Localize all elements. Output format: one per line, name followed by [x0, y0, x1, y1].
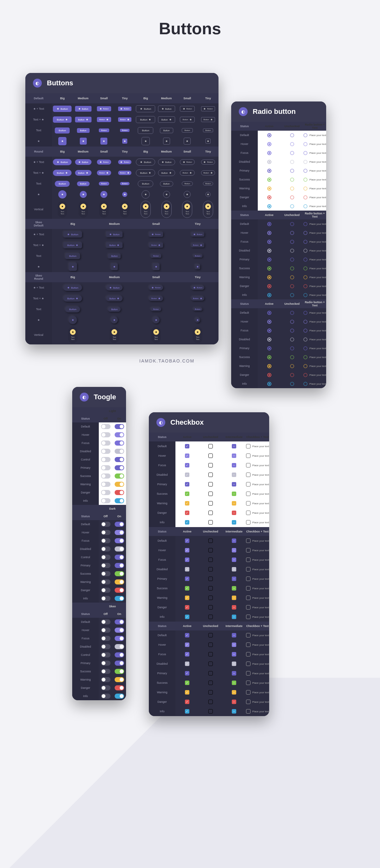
button[interactable]: ★Button: [158, 105, 175, 112]
radio-active[interactable]: [267, 151, 271, 155]
radio-unchecked[interactable]: [290, 240, 294, 244]
checkbox-intermediate[interactable]: −: [232, 661, 236, 666]
button[interactable]: Button★: [75, 170, 92, 176]
toggle-on[interactable]: [115, 547, 124, 552]
radio-unchecked[interactable]: [290, 204, 294, 208]
radio-unchecked[interactable]: [290, 267, 294, 271]
checkbox-intermediate[interactable]: −: [232, 454, 236, 458]
button[interactable]: ★Button: [136, 159, 155, 165]
checkbox-active[interactable]: ✓: [185, 615, 189, 619]
checkbox-unchecked[interactable]: [208, 661, 213, 666]
button[interactable]: ★: [111, 316, 118, 323]
button[interactable]: Button: [203, 128, 213, 132]
checkbox-with-text[interactable]: Place your text: [246, 681, 269, 685]
radio-active[interactable]: [267, 257, 271, 261]
radio-with-text[interactable]: Place your text: [303, 311, 326, 315]
toggle-off[interactable]: [101, 547, 110, 552]
button[interactable]: Button★: [106, 242, 123, 248]
radio-with-text[interactable]: Place your text: [303, 320, 326, 324]
button[interactable]: ★: [58, 137, 67, 145]
checkbox-unchecked[interactable]: [208, 454, 213, 458]
vertical-button[interactable]: ★TextText: [203, 201, 213, 218]
radio-active[interactable]: [267, 364, 271, 368]
toggle-on[interactable]: [115, 571, 124, 576]
checkbox-with-text[interactable]: Place your text: [246, 538, 269, 543]
button[interactable]: ★: [111, 263, 118, 270]
button[interactable]: Button★: [180, 170, 195, 176]
checkbox-intermediate[interactable]: −: [232, 709, 236, 714]
checkbox-active[interactable]: ✓: [185, 538, 189, 543]
checkbox-unchecked[interactable]: [208, 510, 213, 515]
toggle-on[interactable]: [115, 580, 124, 585]
radio-unchecked[interactable]: [290, 186, 294, 191]
button[interactable]: Button: [193, 254, 202, 257]
radio-active[interactable]: [267, 142, 271, 146]
checkbox-active[interactable]: ✓: [185, 633, 189, 638]
button[interactable]: Button: [77, 181, 90, 186]
radio-active[interactable]: [267, 204, 271, 208]
button[interactable]: Button: [193, 308, 202, 311]
checkbox-active[interactable]: ✓: [185, 586, 189, 590]
button[interactable]: ★Button: [63, 284, 82, 291]
button[interactable]: ★Button: [63, 231, 82, 238]
button[interactable]: ★Button: [53, 105, 72, 112]
checkbox-with-text[interactable]: Place your text: [246, 492, 269, 496]
button[interactable]: ★Button: [53, 159, 72, 165]
checkbox-intermediate[interactable]: −: [232, 538, 236, 543]
vertical-button[interactable]: ★TextText: [99, 201, 109, 218]
toggle-off[interactable]: [101, 588, 110, 593]
radio-unchecked[interactable]: [290, 337, 294, 342]
toggle-on[interactable]: [115, 465, 124, 470]
radio-active[interactable]: [267, 133, 271, 137]
radio-unchecked[interactable]: [290, 346, 294, 350]
checkbox-intermediate[interactable]: −: [232, 652, 236, 656]
toggle-off[interactable]: [101, 538, 110, 543]
button[interactable]: Button: [77, 128, 90, 133]
checkbox-unchecked[interactable]: [208, 482, 213, 487]
button[interactable]: ★Button: [97, 159, 111, 164]
button[interactable]: Button★: [158, 116, 175, 123]
toggle-on[interactable]: [115, 677, 124, 682]
button[interactable]: ★Button: [97, 106, 111, 111]
checkbox-unchecked[interactable]: [208, 538, 213, 543]
button[interactable]: ★: [195, 317, 200, 322]
toggle-off[interactable]: [101, 652, 110, 657]
checkbox-active[interactable]: ✓: [185, 596, 189, 600]
button[interactable]: ★Button: [201, 106, 215, 111]
toggle-on[interactable]: [115, 693, 124, 699]
toggle-on[interactable]: [115, 530, 124, 535]
toggle-on[interactable]: [115, 457, 124, 462]
toggle-on[interactable]: [115, 588, 124, 593]
button[interactable]: ★Button: [118, 160, 131, 164]
toggle-off[interactable]: [101, 596, 110, 601]
radio-active[interactable]: [267, 329, 271, 333]
button[interactable]: ★: [206, 192, 211, 197]
toggle-off[interactable]: [101, 424, 110, 429]
checkbox-unchecked[interactable]: [208, 690, 213, 694]
button[interactable]: Button★: [63, 242, 82, 248]
button[interactable]: ★: [184, 191, 191, 198]
toggle-on[interactable]: [115, 538, 124, 543]
checkbox-active[interactable]: ✓: [185, 709, 189, 714]
checkbox-active[interactable]: ✓: [185, 605, 189, 610]
radio-unchecked[interactable]: [290, 169, 294, 173]
toggle-on[interactable]: [115, 660, 124, 666]
toggle-off[interactable]: [101, 490, 110, 495]
radio-unchecked[interactable]: [290, 355, 294, 359]
radio-active[interactable]: [267, 311, 271, 315]
button[interactable]: Button: [182, 128, 193, 132]
radio-active[interactable]: [267, 249, 271, 253]
toggle-on[interactable]: [115, 644, 124, 649]
button[interactable]: ★Button: [180, 159, 195, 165]
button[interactable]: Button: [151, 254, 161, 258]
checkbox-unchecked[interactable]: [208, 596, 213, 600]
button[interactable]: Button★: [180, 117, 195, 122]
button[interactable]: Button★: [53, 170, 72, 176]
button[interactable]: ★: [69, 262, 77, 271]
checkbox-intermediate[interactable]: −: [232, 633, 236, 638]
button[interactable]: ★Button: [106, 285, 123, 290]
checkbox-with-text[interactable]: Place your text: [246, 586, 269, 590]
button[interactable]: Button: [160, 128, 173, 133]
radio-with-text[interactable]: Place your text: [303, 382, 326, 386]
checkbox-intermediate[interactable]: −: [232, 444, 236, 448]
